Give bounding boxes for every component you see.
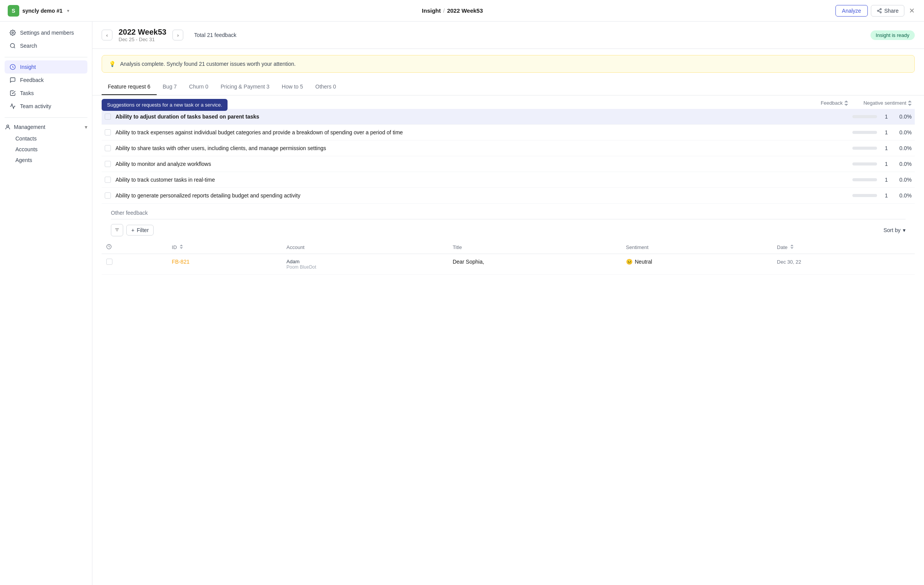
issue-count-2: 1 [880, 145, 888, 151]
next-week-button[interactable]: › [172, 30, 183, 40]
svg-line-3 [879, 11, 880, 12]
issue-sentiment-5: 0.0% [892, 192, 912, 199]
issue-row: Ability to share tasks with other users,… [102, 140, 915, 156]
sidebar-settings-label: Settings and members [20, 30, 74, 36]
sidebar-item-tasks[interactable]: Tasks [5, 87, 87, 100]
sidebar-item-team-activity[interactable]: Team activity [5, 100, 87, 113]
topbar-left: S syncly demo #1 ▾ [8, 5, 69, 17]
analysis-text: Analysis complete. Syncly found 21 custo… [120, 61, 296, 67]
week-title-block: 2022 Week53 Dec 25 - Dec 31 [119, 28, 166, 42]
issue-text-0: Ability to adjust duration of tasks base… [116, 114, 837, 120]
tab-pricing--payment[interactable]: Pricing & Payment 3 [214, 79, 276, 95]
col-sentiment-label: Negative sentiment [864, 100, 906, 106]
issue-checkbox-3[interactable] [105, 161, 111, 167]
col-header-clock [102, 241, 167, 254]
sidebar-item-settings[interactable]: Settings and members [5, 26, 87, 39]
week-total: Total 21 feedback [194, 32, 236, 38]
prev-week-button[interactable]: ‹ [102, 30, 112, 40]
fb-date-0: Dec 30, 22 [772, 254, 915, 275]
sentiment-label-0: Neutral [635, 259, 652, 265]
tab-churn[interactable]: Churn 0 [183, 79, 214, 95]
sort-id-icon [180, 244, 183, 249]
col-header-sentiment[interactable]: Negative sentiment [864, 100, 912, 106]
team-activity-icon [9, 103, 16, 110]
sidebar-nav-section: Insight Feedback Tasks Team activity [0, 60, 92, 113]
tab-others[interactable]: Others 0 [309, 79, 342, 95]
issue-checkbox-1[interactable] [105, 129, 111, 135]
issue-checkbox-4[interactable] [105, 177, 111, 183]
issue-sentiment-0: 0.0% [892, 114, 912, 120]
sidebar-management-header[interactable]: Management ▾ [0, 121, 92, 133]
analyze-button[interactable]: Analyze [835, 5, 868, 17]
sidebar-search-label: Search [20, 43, 37, 49]
issue-count-3: 1 [880, 161, 888, 167]
sidebar-item-contacts[interactable]: Contacts [0, 133, 92, 144]
settings-icon [9, 29, 16, 36]
sort-feedback-icon [844, 100, 848, 106]
filter-button[interactable]: + Filter [126, 225, 154, 236]
fb-checkbox-0[interactable] [102, 254, 167, 275]
fb-sentiment-0: 😐 Neutral [621, 254, 772, 275]
tab-bug[interactable]: Bug 7 [157, 79, 183, 95]
plus-icon: + [131, 227, 134, 233]
share-button[interactable]: Share [871, 5, 904, 17]
share-label: Share [884, 8, 899, 14]
sidebar-divider-1 [5, 57, 87, 57]
issue-checkbox-0[interactable] [105, 114, 111, 120]
issue-row: Ability to generate personalized reports… [102, 188, 915, 204]
chevron-down-icon[interactable]: ▾ [67, 8, 69, 13]
sidebar-item-accounts[interactable]: Accounts [0, 144, 92, 155]
issue-text-4: Ability to track customer tasks in real-… [116, 177, 837, 183]
issue-bar-wrap-4: 1 [842, 177, 888, 183]
issue-bar-wrap-1: 1 [842, 129, 888, 135]
svg-point-9 [7, 125, 8, 127]
svg-point-2 [880, 12, 881, 13]
tab-tooltip: Suggestions or requests for a new task o… [102, 99, 228, 111]
col-header-feedback[interactable]: Feedback [821, 100, 848, 106]
main-content: ‹ 2022 Week53 Dec 25 - Dec 31 › Total 21… [92, 22, 924, 585]
app-logo: S [8, 5, 19, 17]
issues-table-section: Trending issues Feedback Negative sentim… [92, 95, 924, 585]
tab-feature-request[interactable]: Feature request 6 [102, 79, 157, 95]
week-header: ‹ 2022 Week53 Dec 25 - Dec 31 › Total 21… [92, 22, 924, 49]
sidebar-item-agents[interactable]: Agents [0, 155, 92, 165]
management-icon [5, 124, 11, 130]
svg-point-1 [877, 10, 879, 12]
issue-text-3: Ability to monitor and analyze workflows [116, 161, 837, 167]
col-header-id[interactable]: ID [167, 241, 282, 254]
issue-checkbox-5[interactable] [105, 192, 111, 199]
col-feedback-label: Feedback [821, 100, 843, 106]
sidebar-insight-label: Insight [20, 64, 36, 70]
breadcrumb-insight[interactable]: Insight [422, 7, 441, 14]
close-button[interactable]: ✕ [907, 5, 916, 17]
fb-account-0: Adam Poom BlueDot [282, 254, 448, 275]
sidebar-feedback-label: Feedback [20, 77, 44, 83]
sidebar-item-search[interactable]: Search [5, 39, 87, 52]
issue-bar-0 [852, 115, 877, 118]
filter-icon-button[interactable] [111, 224, 123, 236]
issue-count-5: 1 [880, 192, 888, 199]
sidebar-item-feedback[interactable]: Feedback [5, 74, 87, 87]
svg-point-5 [12, 32, 13, 33]
sort-button[interactable]: Sort by ▾ [884, 227, 906, 233]
fb-id-0[interactable]: FB-821 [167, 254, 282, 275]
issue-checkbox-2[interactable] [105, 145, 111, 151]
fb-title-0[interactable]: Dear Sophia, [448, 254, 621, 275]
tasks-icon [9, 90, 16, 97]
issue-bar-wrap-0: 1 [842, 114, 888, 120]
col-header-title: Title [448, 241, 621, 254]
sidebar-item-insight[interactable]: Insight [5, 60, 87, 74]
issue-count-1: 1 [880, 129, 888, 135]
feedback-icon [9, 77, 16, 84]
issue-row: Ability to track expenses against indivi… [102, 125, 915, 140]
col-header-date[interactable]: Date [772, 241, 915, 254]
breadcrumb-week: 2022 Week53 [447, 7, 483, 14]
sort-date-icon [790, 244, 793, 249]
issue-bar-wrap-3: 1 [842, 161, 888, 167]
feedback-table-header-row: ID Account Title Sentiment Date [102, 241, 915, 254]
svg-line-4 [879, 9, 880, 10]
sort-chevron-icon: ▾ [903, 227, 906, 233]
issue-bar-3 [852, 162, 877, 165]
layout: Settings and members Search Insight [0, 22, 924, 585]
tab-how-to[interactable]: How to 5 [276, 79, 309, 95]
